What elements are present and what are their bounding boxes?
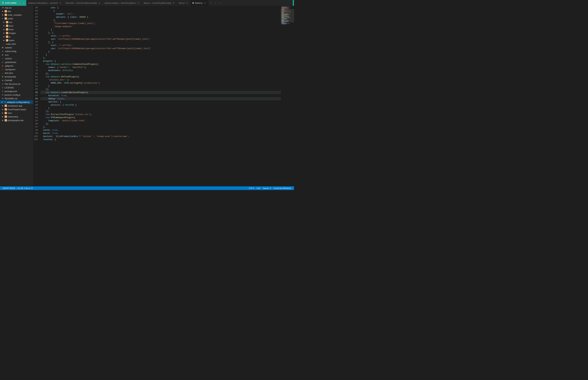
sidebar-item-js[interactable]: ▶ js xyxy=(0,35,33,38)
tab-hero[interactable]: Hero.js × xyxy=(177,0,190,6)
code-line-98: cache: true, xyxy=(40,129,281,132)
tab-close-sidebar[interactable]: × xyxy=(204,2,206,4)
nav-forward-button[interactable]: › xyxy=(22,1,26,5)
sidebar-item-gitattributes[interactable]: ◆ .gitattributes xyxy=(0,60,33,64)
sidebar-label: CNAME xyxy=(5,79,12,82)
sidebar-item-noteworthy[interactable]: ▶ noteworthy xyxy=(0,115,33,118)
sidebar-item-dist[interactable]: ▶ dist xyxy=(0,9,33,13)
sidebar-item-public[interactable]: ▼ public xyxy=(0,17,33,20)
sidebar-label: public xyxy=(8,17,13,20)
code-line-85: }), xyxy=(40,88,281,91)
sidebar-item-docs[interactable]: ▶ docs xyxy=(0,24,33,28)
tab-label: Hero.js xyxy=(179,2,185,4)
code-line-71: test: /\.woff2$/, xyxy=(40,44,281,47)
code-line-60: { xyxy=(40,9,281,12)
code-line-90: postcss: { PostCSS } xyxy=(40,103,281,107)
sidebar-item-eslintrc[interactable]: ◉ .eslintrc xyxy=(0,57,33,60)
code-line-69: use: 'url?limit=10000&mimetype=applicati… xyxy=(40,38,281,41)
code-line-64: 'file?name=/images/[name].[ext]', xyxy=(40,22,281,25)
sidebar-item-readme[interactable]: M README.md xyxy=(0,97,33,100)
code-content[interactable]: use: [ { loader: 'url', options: { limit… xyxy=(40,6,281,186)
sidebar-item-styles[interactable]: ▶ styles xyxy=(0,38,33,42)
sidebar-label: .editorconfig xyxy=(5,50,16,53)
sidebar-item-images[interactable]: ▶ images xyxy=(0,31,33,35)
sidebar-label: package.json xyxy=(5,90,17,93)
tab-close-hero[interactable]: × xyxy=(186,2,188,4)
ln-65: 65 xyxy=(33,25,39,28)
sidebar-label: App.jsx xyxy=(5,6,12,9)
status-mode[interactable]: INSERT MODE , Line 88, Column 19 xyxy=(1,186,34,190)
c-icon: C xyxy=(1,86,4,89)
code-line-97: ], xyxy=(40,125,281,129)
active-dot xyxy=(1,101,3,103)
ln-85: 85 xyxy=(33,88,39,91)
sidebar-item-node-modules[interactable]: ▶ node_modules xyxy=(0,13,33,17)
tab-sidebar[interactable]: Sidebar.js × xyxy=(190,0,208,6)
sidebar-item-indexhtml[interactable]: ◇ index.html xyxy=(0,42,33,46)
sidebar-item-404[interactable]: ◇ 404.html xyxy=(0,71,33,75)
tabs-more-button[interactable]: ⋮ xyxy=(208,1,213,5)
folder-icon: ▶ xyxy=(1,104,4,107)
minimap xyxy=(281,6,294,186)
ln-98: 98 xyxy=(33,129,39,132)
git-icon: ◆ xyxy=(1,64,4,67)
js-icon: JS xyxy=(1,6,4,9)
code-line-101: resolve: { xyxy=(40,138,281,141)
sidebar-item-gitignore[interactable]: ◆ .gitignore xyxy=(0,64,33,68)
tabs-scroll-left-button[interactable]: ‹ xyxy=(213,1,218,5)
sidebar-item-editorconfig[interactable]: ⚙ .editorconfig xyxy=(0,49,33,53)
sidebar-item-babelrc[interactable]: B .babelrc xyxy=(0,46,33,49)
ln-60: 60 xyxy=(33,9,39,12)
status-spaces[interactable]: Spaces: 2 xyxy=(262,186,272,190)
tab-close-webpack[interactable]: × xyxy=(59,2,61,4)
sidebar-item-zemployee[interactable]: ▶ zemployee-app xyxy=(0,104,33,108)
status-line-ending[interactable]: Unix xyxy=(255,186,262,190)
tab-close-appjsx[interactable]: × xyxy=(172,2,175,4)
tabs-scroll-right-button[interactable]: › xyxy=(218,1,222,5)
tab-index[interactable]: index.html — lsenrichO.github.io/public … xyxy=(64,0,103,6)
sidebar-item-packagejson[interactable]: {} package.json xyxy=(0,89,33,93)
json-icon: {} xyxy=(1,90,4,93)
star-icon: ✱ xyxy=(1,79,4,82)
sidebar-item-fonts[interactable]: ▶ fonts xyxy=(0,28,33,31)
sidebar-item-npmignore[interactable]: n .npmignore xyxy=(0,68,33,71)
tabs-container: webpack.config.babel.js — lsenrichC × in… xyxy=(26,0,293,6)
tab-postcss[interactable]: postcss.config.js — lsenrichO.github.io … xyxy=(103,0,142,6)
tab-appjsx[interactable]: App.jsx — lsenrichO.github.io/app × xyxy=(142,0,177,6)
tab-label: webpack.config.babel.js — lsenrichC xyxy=(28,2,58,4)
sidebar: JS App.jsx ▶ dist ▶ node_modules ▼ publi… xyxy=(0,6,33,186)
sidebar-item-appjsx[interactable]: JS App.jsx xyxy=(0,6,33,9)
code-line-59: use: [ xyxy=(40,6,281,9)
sidebar-label: postcss.config.js xyxy=(5,94,20,96)
code-line-99: watch: true, xyxy=(40,132,281,135)
code-line-62: options: { limit: 40000 } xyxy=(40,16,281,19)
sidebar-item-license[interactable]: C LICENSE xyxy=(0,86,33,89)
sidebar-item-env[interactable]: ✱ .env xyxy=(0,53,33,57)
ln-71: 71 xyxy=(33,44,39,47)
sidebar-item-daviepoplar[interactable]: ▶ DaviePoplarCapital xyxy=(0,108,33,111)
sidebar-item-jobplus[interactable]: ▶ Job+ xyxy=(0,111,33,115)
status-language[interactable]: JavaScript (Webpack) xyxy=(272,186,293,190)
tab-close-postcss[interactable]: × xyxy=(137,2,140,4)
titlebar-nav: ‹ › xyxy=(18,1,26,5)
code-line-63: }, xyxy=(40,19,281,22)
code-line-100: devtool: `${isProductionEnv ? 'inline' :… xyxy=(40,135,281,138)
line-numbers: 59 60 61 62 63 64 65 66 67 68 69 70 71 7… xyxy=(33,6,40,186)
ln-79: 79 xyxy=(33,69,39,72)
sidebar-item-webpack-active[interactable]: JS webpack.config.babel.js xyxy=(0,100,33,104)
ln-81: 81 xyxy=(33,75,39,78)
status-encoding[interactable]: UTF-8 xyxy=(248,186,255,190)
sidebar-item-postcssconfig[interactable]: JS postcss.config.js xyxy=(0,93,33,97)
sidebar-item-filestructure[interactable]: ≡ File-Structure.txt xyxy=(0,82,33,86)
sidebar-label: .gitattributes xyxy=(5,61,16,63)
sidebar-label: js xyxy=(9,36,10,38)
nav-back-button[interactable]: ‹ xyxy=(18,1,22,5)
sidebar-item-css[interactable]: ▶ css xyxy=(0,20,33,24)
tab-label: postcss.config.js — lsenrichO.github.io xyxy=(105,2,136,4)
sidebar-item-cname[interactable]: ✱ CNAME xyxy=(0,78,33,82)
sidebar-item-photography[interactable]: ▶ photography-site xyxy=(0,118,33,122)
sidebar-item-browserslist[interactable]: ✱ browserslist xyxy=(0,75,33,78)
tab-close-index[interactable]: × xyxy=(98,2,101,4)
code-area[interactable]: 59 60 61 62 63 64 65 66 67 68 69 70 71 7… xyxy=(33,6,294,186)
tab-webpack[interactable]: webpack.config.babel.js — lsenrichC × xyxy=(26,0,64,6)
